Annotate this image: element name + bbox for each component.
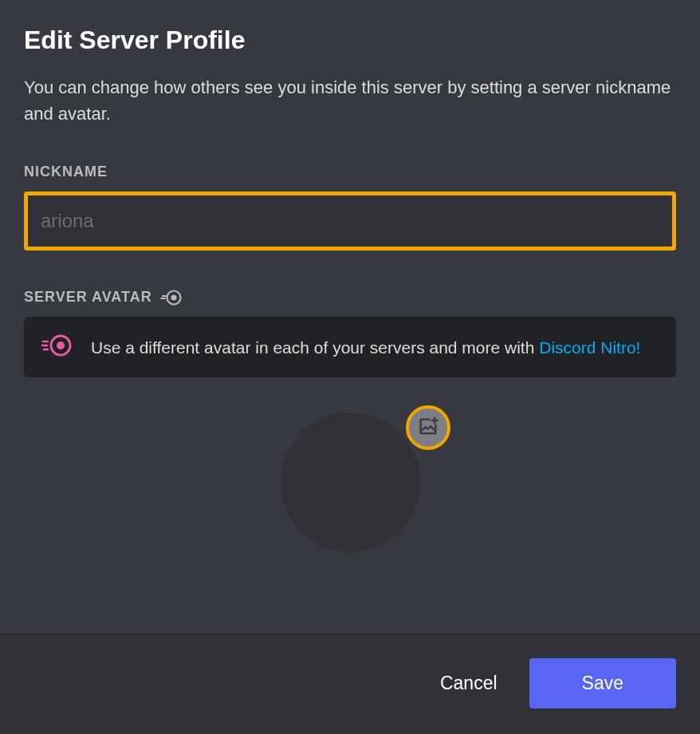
- avatar-section: [24, 412, 676, 552]
- page-description: You can change how others see you inside…: [24, 74, 676, 127]
- nickname-input[interactable]: [24, 191, 676, 251]
- dialog-footer: Cancel Save: [0, 633, 700, 734]
- avatar-placeholder[interactable]: [281, 412, 420, 552]
- avatar-upload-button[interactable]: [406, 405, 450, 450]
- server-avatar-label-text: SERVER AVATAR: [24, 289, 152, 306]
- svg-point-1: [171, 295, 176, 301]
- nitro-banner-message: Use a different avatar in each of your s…: [91, 338, 539, 357]
- nitro-upsell-banner: Use a different avatar in each of your s…: [24, 317, 676, 377]
- server-avatar-label: SERVER AVATAR: [24, 289, 676, 306]
- save-button[interactable]: Save: [529, 658, 676, 708]
- nitro-banner-text: Use a different avatar in each of your s…: [91, 335, 640, 361]
- nitro-icon: [160, 289, 183, 306]
- page-title: Edit Server Profile: [24, 26, 676, 55]
- svg-point-3: [57, 341, 65, 349]
- discord-nitro-link[interactable]: Discord Nitro!: [539, 338, 640, 357]
- nickname-label: NICKNAME: [24, 164, 676, 180]
- nitro-boost-icon: [41, 334, 73, 360]
- cancel-button[interactable]: Cancel: [432, 663, 505, 704]
- add-image-icon: [417, 415, 439, 440]
